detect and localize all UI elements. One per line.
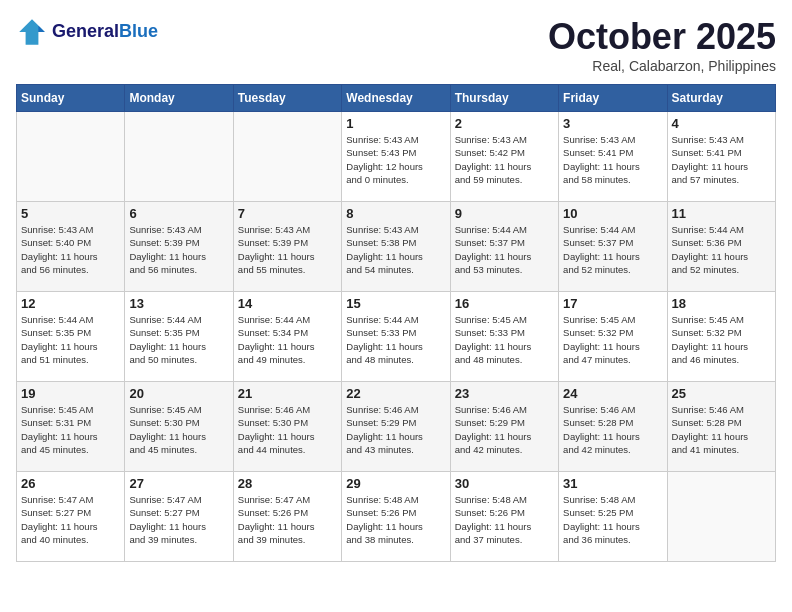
calendar-cell: [233, 112, 341, 202]
day-info: Sunrise: 5:43 AM Sunset: 5:39 PM Dayligh…: [129, 223, 228, 276]
day-number: 27: [129, 476, 228, 491]
day-info: Sunrise: 5:43 AM Sunset: 5:41 PM Dayligh…: [563, 133, 662, 186]
day-number: 12: [21, 296, 120, 311]
calendar-cell: [125, 112, 233, 202]
day-info: Sunrise: 5:47 AM Sunset: 5:26 PM Dayligh…: [238, 493, 337, 546]
calendar-week-row: 12Sunrise: 5:44 AM Sunset: 5:35 PM Dayli…: [17, 292, 776, 382]
calendar-cell: [17, 112, 125, 202]
day-number: 25: [672, 386, 771, 401]
calendar-cell: 19Sunrise: 5:45 AM Sunset: 5:31 PM Dayli…: [17, 382, 125, 472]
calendar-cell: 31Sunrise: 5:48 AM Sunset: 5:25 PM Dayli…: [559, 472, 667, 562]
day-number: 22: [346, 386, 445, 401]
calendar-header-cell: Monday: [125, 85, 233, 112]
calendar-week-row: 5Sunrise: 5:43 AM Sunset: 5:40 PM Daylig…: [17, 202, 776, 292]
calendar-week-row: 19Sunrise: 5:45 AM Sunset: 5:31 PM Dayli…: [17, 382, 776, 472]
page-header: GeneralBlue October 2025 Real, Calabarzo…: [16, 16, 776, 74]
day-number: 23: [455, 386, 554, 401]
calendar-cell: 2Sunrise: 5:43 AM Sunset: 5:42 PM Daylig…: [450, 112, 558, 202]
calendar-cell: 6Sunrise: 5:43 AM Sunset: 5:39 PM Daylig…: [125, 202, 233, 292]
calendar-cell: 9Sunrise: 5:44 AM Sunset: 5:37 PM Daylig…: [450, 202, 558, 292]
day-number: 19: [21, 386, 120, 401]
day-info: Sunrise: 5:46 AM Sunset: 5:30 PM Dayligh…: [238, 403, 337, 456]
calendar-table: SundayMondayTuesdayWednesdayThursdayFrid…: [16, 84, 776, 562]
logo: GeneralBlue: [16, 16, 158, 48]
day-info: Sunrise: 5:43 AM Sunset: 5:41 PM Dayligh…: [672, 133, 771, 186]
calendar-cell: 15Sunrise: 5:44 AM Sunset: 5:33 PM Dayli…: [342, 292, 450, 382]
day-number: 3: [563, 116, 662, 131]
day-info: Sunrise: 5:45 AM Sunset: 5:31 PM Dayligh…: [21, 403, 120, 456]
calendar-cell: 10Sunrise: 5:44 AM Sunset: 5:37 PM Dayli…: [559, 202, 667, 292]
calendar-header-cell: Sunday: [17, 85, 125, 112]
day-number: 8: [346, 206, 445, 221]
day-number: 30: [455, 476, 554, 491]
day-number: 6: [129, 206, 228, 221]
day-info: Sunrise: 5:48 AM Sunset: 5:26 PM Dayligh…: [346, 493, 445, 546]
calendar-cell: 27Sunrise: 5:47 AM Sunset: 5:27 PM Dayli…: [125, 472, 233, 562]
day-info: Sunrise: 5:45 AM Sunset: 5:32 PM Dayligh…: [563, 313, 662, 366]
day-number: 17: [563, 296, 662, 311]
logo-icon: [16, 16, 48, 48]
day-number: 18: [672, 296, 771, 311]
calendar-cell: 25Sunrise: 5:46 AM Sunset: 5:28 PM Dayli…: [667, 382, 775, 472]
calendar-cell: 3Sunrise: 5:43 AM Sunset: 5:41 PM Daylig…: [559, 112, 667, 202]
calendar-week-row: 26Sunrise: 5:47 AM Sunset: 5:27 PM Dayli…: [17, 472, 776, 562]
day-info: Sunrise: 5:44 AM Sunset: 5:37 PM Dayligh…: [563, 223, 662, 276]
calendar-cell: 30Sunrise: 5:48 AM Sunset: 5:26 PM Dayli…: [450, 472, 558, 562]
calendar-cell: 26Sunrise: 5:47 AM Sunset: 5:27 PM Dayli…: [17, 472, 125, 562]
day-info: Sunrise: 5:45 AM Sunset: 5:30 PM Dayligh…: [129, 403, 228, 456]
calendar-cell: 28Sunrise: 5:47 AM Sunset: 5:26 PM Dayli…: [233, 472, 341, 562]
calendar-cell: 29Sunrise: 5:48 AM Sunset: 5:26 PM Dayli…: [342, 472, 450, 562]
calendar-header-row: SundayMondayTuesdayWednesdayThursdayFrid…: [17, 85, 776, 112]
calendar-cell: 11Sunrise: 5:44 AM Sunset: 5:36 PM Dayli…: [667, 202, 775, 292]
day-number: 11: [672, 206, 771, 221]
day-info: Sunrise: 5:44 AM Sunset: 5:35 PM Dayligh…: [21, 313, 120, 366]
calendar-cell: 7Sunrise: 5:43 AM Sunset: 5:39 PM Daylig…: [233, 202, 341, 292]
calendar-cell: 14Sunrise: 5:44 AM Sunset: 5:34 PM Dayli…: [233, 292, 341, 382]
calendar-body: 1Sunrise: 5:43 AM Sunset: 5:43 PM Daylig…: [17, 112, 776, 562]
day-info: Sunrise: 5:45 AM Sunset: 5:32 PM Dayligh…: [672, 313, 771, 366]
day-info: Sunrise: 5:44 AM Sunset: 5:35 PM Dayligh…: [129, 313, 228, 366]
calendar-cell: 24Sunrise: 5:46 AM Sunset: 5:28 PM Dayli…: [559, 382, 667, 472]
day-number: 24: [563, 386, 662, 401]
day-number: 16: [455, 296, 554, 311]
day-number: 13: [129, 296, 228, 311]
day-number: 2: [455, 116, 554, 131]
calendar-cell: 12Sunrise: 5:44 AM Sunset: 5:35 PM Dayli…: [17, 292, 125, 382]
calendar-cell: 5Sunrise: 5:43 AM Sunset: 5:40 PM Daylig…: [17, 202, 125, 292]
calendar-cell: 13Sunrise: 5:44 AM Sunset: 5:35 PM Dayli…: [125, 292, 233, 382]
calendar-cell: 17Sunrise: 5:45 AM Sunset: 5:32 PM Dayli…: [559, 292, 667, 382]
calendar-cell: 1Sunrise: 5:43 AM Sunset: 5:43 PM Daylig…: [342, 112, 450, 202]
day-number: 10: [563, 206, 662, 221]
day-info: Sunrise: 5:44 AM Sunset: 5:33 PM Dayligh…: [346, 313, 445, 366]
location-subtitle: Real, Calabarzon, Philippines: [548, 58, 776, 74]
calendar-week-row: 1Sunrise: 5:43 AM Sunset: 5:43 PM Daylig…: [17, 112, 776, 202]
day-number: 15: [346, 296, 445, 311]
calendar-header-cell: Thursday: [450, 85, 558, 112]
day-info: Sunrise: 5:43 AM Sunset: 5:39 PM Dayligh…: [238, 223, 337, 276]
day-number: 26: [21, 476, 120, 491]
day-info: Sunrise: 5:44 AM Sunset: 5:34 PM Dayligh…: [238, 313, 337, 366]
calendar-header-cell: Wednesday: [342, 85, 450, 112]
title-block: October 2025 Real, Calabarzon, Philippin…: [548, 16, 776, 74]
day-info: Sunrise: 5:44 AM Sunset: 5:36 PM Dayligh…: [672, 223, 771, 276]
day-number: 31: [563, 476, 662, 491]
day-info: Sunrise: 5:43 AM Sunset: 5:40 PM Dayligh…: [21, 223, 120, 276]
calendar-cell: 22Sunrise: 5:46 AM Sunset: 5:29 PM Dayli…: [342, 382, 450, 472]
calendar-cell: [667, 472, 775, 562]
logo-text: GeneralBlue: [52, 22, 158, 42]
day-info: Sunrise: 5:44 AM Sunset: 5:37 PM Dayligh…: [455, 223, 554, 276]
day-number: 21: [238, 386, 337, 401]
day-info: Sunrise: 5:46 AM Sunset: 5:28 PM Dayligh…: [563, 403, 662, 456]
calendar-cell: 8Sunrise: 5:43 AM Sunset: 5:38 PM Daylig…: [342, 202, 450, 292]
day-info: Sunrise: 5:48 AM Sunset: 5:25 PM Dayligh…: [563, 493, 662, 546]
calendar-cell: 16Sunrise: 5:45 AM Sunset: 5:33 PM Dayli…: [450, 292, 558, 382]
calendar-cell: 21Sunrise: 5:46 AM Sunset: 5:30 PM Dayli…: [233, 382, 341, 472]
day-number: 29: [346, 476, 445, 491]
day-info: Sunrise: 5:48 AM Sunset: 5:26 PM Dayligh…: [455, 493, 554, 546]
day-info: Sunrise: 5:45 AM Sunset: 5:33 PM Dayligh…: [455, 313, 554, 366]
month-title: October 2025: [548, 16, 776, 58]
calendar-header-cell: Tuesday: [233, 85, 341, 112]
day-info: Sunrise: 5:46 AM Sunset: 5:28 PM Dayligh…: [672, 403, 771, 456]
day-info: Sunrise: 5:43 AM Sunset: 5:43 PM Dayligh…: [346, 133, 445, 186]
calendar-cell: 20Sunrise: 5:45 AM Sunset: 5:30 PM Dayli…: [125, 382, 233, 472]
